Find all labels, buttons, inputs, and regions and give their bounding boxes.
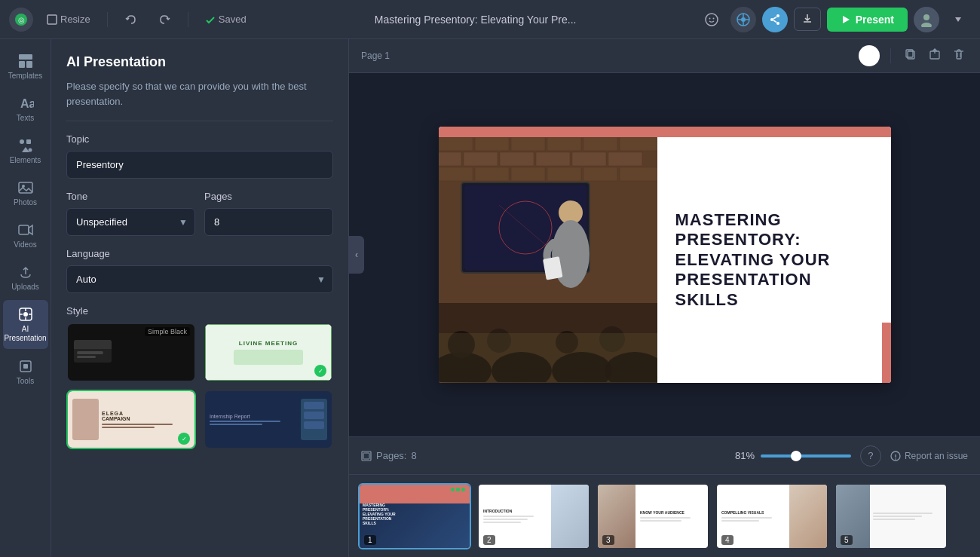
svg-point-4 (709, 17, 710, 19)
svg-rect-65 (620, 167, 657, 181)
export-button[interactable] (926, 45, 944, 66)
sidebar-ai-label: AIPresentation (4, 325, 46, 343)
app-logo: ◎ (9, 8, 33, 32)
user-avatar[interactable] (914, 7, 939, 32)
svg-point-29 (28, 148, 32, 152)
style-grid: Simple Black LIVINE MEETING ✓ (66, 323, 333, 449)
help-icon: ? (868, 450, 873, 461)
slide-top-accent (439, 127, 891, 137)
help-button[interactable]: ? (860, 445, 881, 467)
svg-rect-58 (572, 152, 606, 166)
sidebar-item-templates[interactable]: Templates (3, 47, 48, 86)
svg-point-19 (923, 14, 929, 20)
svg-point-88 (895, 458, 896, 460)
slide-background-image (439, 137, 657, 383)
svg-rect-48 (439, 137, 473, 151)
svg-point-7 (741, 17, 746, 22)
thumb-1-num: 1 (364, 535, 376, 545)
sidebar-tools-label: Tools (17, 377, 34, 385)
svg-rect-50 (511, 137, 545, 151)
share-button[interactable] (762, 7, 788, 32)
svg-rect-52 (583, 137, 617, 151)
style-card-livine-meeting[interactable]: LIVINE MEETING ✓ (204, 323, 333, 382)
zoom-slider[interactable] (761, 454, 851, 458)
emoji-button[interactable] (699, 7, 724, 32)
ai-panel-description: Please specify so that we can provide yo… (66, 79, 333, 109)
canvas-main: ‹ (349, 73, 980, 436)
sidebar-texts-label: Texts (17, 114, 34, 122)
collapse-panel-button[interactable]: ‹ (349, 236, 364, 274)
download-button[interactable] (794, 8, 821, 31)
redo-button[interactable] (152, 7, 177, 32)
ai-panel-title: AI Presentation (66, 54, 333, 70)
tone-pages-row: Tone Unspecified Formal Casual Inspirati… (66, 191, 333, 236)
thumbnail-2[interactable]: INTRODUCTION 2 (477, 483, 590, 549)
resize-button[interactable]: Resize (41, 11, 96, 28)
thumbnail-3[interactable]: KNOW YOUR AUDIENCE 3 (596, 483, 709, 549)
thumbnail-5[interactable]: 5 (835, 483, 948, 549)
avatar-dropdown-button[interactable] (945, 7, 971, 32)
sidebar-templates-label: Templates (8, 72, 43, 80)
style-card-elega-campaign[interactable]: ELEGA CAMPAIGN ✓ (66, 390, 196, 449)
page-label: Page 1 (361, 50, 390, 61)
tone-select[interactable]: Unspecified Formal Casual Inspirational … (66, 208, 195, 236)
pages-label: Pages: (376, 450, 406, 461)
slide-title-line5: SKILLS (675, 290, 739, 309)
pages-label: Pages (204, 191, 333, 202)
thumbnail-strip: MASTERINGPRESENTORY:ELEVATING YOURPRESEN… (349, 474, 980, 557)
svg-marker-33 (29, 225, 32, 234)
present-button[interactable]: Present (827, 8, 908, 32)
undo-button[interactable] (118, 7, 144, 32)
svg-rect-22 (19, 54, 32, 60)
svg-rect-54 (439, 152, 461, 166)
topic-input[interactable] (66, 151, 333, 179)
svg-point-5 (712, 17, 714, 19)
slide-title: MASTERING PRESENTORY: ELEVATING YOUR PRE… (675, 210, 873, 310)
svg-rect-51 (547, 137, 581, 151)
style-simple-black-label: Simple Black (145, 327, 190, 336)
svg-rect-53 (620, 137, 657, 151)
color-picker-white[interactable] (859, 45, 880, 66)
svg-rect-57 (536, 152, 570, 166)
sidebar-item-texts[interactable]: Aa Texts (3, 89, 48, 128)
svg-marker-18 (843, 16, 850, 23)
svg-rect-62 (511, 167, 545, 181)
thumbnail-1[interactable]: MASTERINGPRESENTORY:ELEVATING YOURPRESEN… (358, 483, 471, 549)
saved-label: Saved (219, 14, 247, 25)
svg-text:Aa: Aa (20, 97, 34, 110)
language-select-wrapper: Auto English Spanish French ▼ (66, 265, 333, 293)
svg-rect-55 (464, 152, 498, 166)
tone-field: Tone Unspecified Formal Casual Inspirati… (66, 191, 195, 236)
sidebar-item-tools[interactable]: Tools (3, 352, 48, 391)
zoom-percent: 81% (735, 450, 755, 461)
sidebar-item-videos[interactable]: Videos (3, 216, 48, 255)
thumb-2-num: 2 (483, 535, 495, 545)
saved-button[interactable]: Saved (199, 11, 253, 28)
present-label: Present (856, 14, 894, 26)
svg-rect-27 (26, 139, 31, 144)
sidebar-item-elements[interactable]: Elements (3, 131, 48, 170)
sidebar-uploads-label: Uploads (11, 283, 39, 291)
canvas-toolbar: Page 1 (349, 39, 980, 73)
svg-rect-60 (439, 167, 473, 181)
slide-text-area: MASTERING PRESENTORY: ELEVATING YOUR PRE… (657, 137, 891, 383)
language-select[interactable]: Auto English Spanish French (66, 265, 333, 293)
tone-label: Tone (66, 191, 195, 202)
report-issue-button[interactable]: Report an issue (890, 451, 968, 461)
style-card-internship-report[interactable]: Internship Report (204, 390, 333, 449)
sidebar-item-uploads[interactable]: Uploads (3, 258, 48, 297)
slide-right-accent (882, 323, 891, 383)
chrome-icon-button[interactable] (730, 7, 756, 32)
thumbnail-4[interactable]: COMPELLING VISUALS 4 (715, 483, 828, 549)
svg-rect-30 (19, 182, 32, 193)
sidebar-item-ai[interactable]: AIPresentation (3, 300, 48, 349)
copy-button[interactable] (902, 45, 920, 66)
svg-rect-23 (19, 61, 25, 68)
pages-input[interactable] (204, 208, 333, 236)
thumb-3-num: 3 (602, 535, 614, 545)
sidebar-item-photos[interactable]: Photos (3, 173, 48, 213)
delete-button[interactable] (950, 45, 968, 66)
style-card-simple-black[interactable]: Simple Black (66, 323, 196, 382)
language-label: Language (66, 248, 333, 259)
resize-label: Resize (60, 14, 90, 25)
